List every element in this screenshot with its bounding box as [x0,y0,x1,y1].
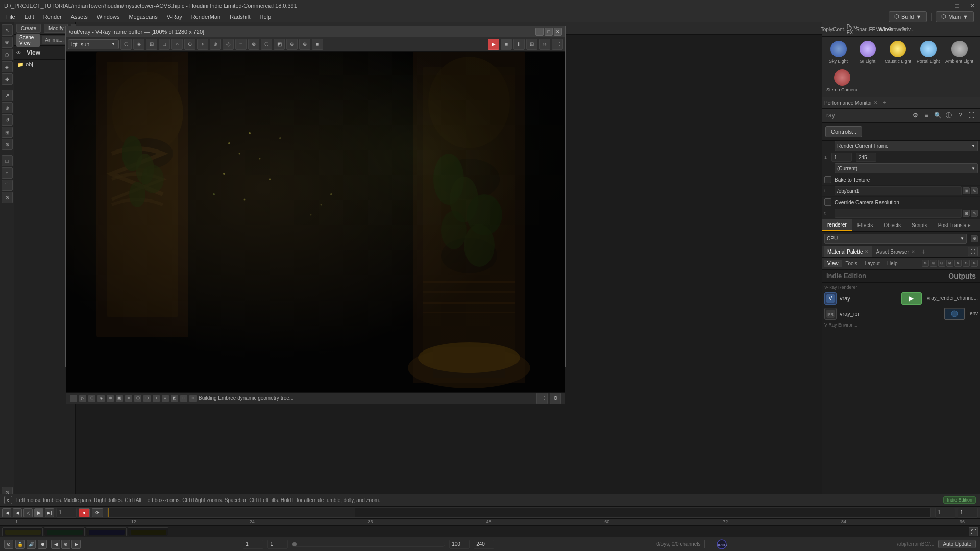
vray-render-viewport[interactable] [66,52,565,392]
vray-pause-btn[interactable]: ⏸ [513,39,525,50]
view-tab-view[interactable]: View [824,260,842,267]
view-tool-1[interactable]: ⊕ [922,260,929,267]
menu-file[interactable]: File [2,13,19,21]
view-tool-3[interactable]: ⊟ [938,260,945,267]
cont-btn[interactable]: Cont... [836,24,846,35]
vray-tool-5[interactable]: ○ [172,39,183,50]
caustic-light-btn[interactable]: Caustic Light [883,39,913,66]
tool-lasso[interactable]: ⌒ [2,180,13,191]
current-frame-display[interactable]: 1 [267,540,288,549]
vray-tool-7[interactable]: ⌖ [197,39,208,50]
tool-view[interactable]: 👁 [2,37,13,48]
asset-browser-close[interactable]: ✕ [911,249,915,254]
frame-input[interactable]: 1 [935,508,955,518]
stereo-camera-btn[interactable]: Stereo Camera [824,67,860,95]
current-frame-select[interactable]: (Current) ▼ [835,163,978,173]
menu-render[interactable]: Render [39,13,66,21]
vray-tool-9[interactable]: ◎ [223,39,234,50]
material-palette-close[interactable]: ✕ [865,249,869,254]
keyframe-prev-btn[interactable]: ◀ [51,540,60,549]
camera-path-input[interactable]: /obj/cam1 [835,186,962,195]
menu-megascans[interactable]: Megascans [125,13,161,21]
vray-channel-icon[interactable]: ≋ [539,39,550,50]
bottom-snap-btn[interactable]: ⊙ [4,540,13,549]
view-tab-layout[interactable]: Layout [862,260,883,267]
vray-play-btn[interactable]: ▶ [901,292,922,305]
fps-input[interactable]: 1 [958,508,978,518]
vray-tool-3[interactable]: ⊞ [146,39,157,50]
view-tab-tools[interactable]: Tools [843,260,861,267]
tool-spread[interactable]: ⊗ [2,192,13,203]
create-btn[interactable]: Create [16,24,41,33]
vray-stop-btn[interactable]: ■ [501,39,512,50]
build-button[interactable]: ⬡ Build ▼ [889,11,927,22]
tab-post-translate[interactable]: Post Translate [933,219,976,231]
tool-arrow[interactable]: ↗ [2,90,13,101]
view-tool-5[interactable]: ⊗ [954,260,962,267]
play-forward-btn[interactable]: ▶ [34,508,43,517]
playhead-thumb[interactable] [292,542,297,546]
vray-tool-11[interactable]: ⊗ [248,39,259,50]
view-tool-2[interactable]: ⊞ [930,260,937,267]
tool-rotate[interactable]: ↺ [2,114,13,126]
camera-edit-btn[interactable]: ✎ [971,187,978,194]
frame-end-value[interactable]: 245 [856,153,876,162]
tab-anim[interactable]: Anima... [42,36,67,44]
tab-asset-browser[interactable]: Asset Browser ✕ [873,246,918,257]
vray-tool-8[interactable]: ⊕ [210,39,221,50]
add-tab-btn[interactable]: + [921,247,925,256]
loop-btn[interactable]: ⟳ [92,508,103,517]
camera-node-btn[interactable]: ⊞ [963,187,970,194]
vray-render-btn[interactable]: ▶ [488,39,499,50]
menu-help[interactable]: Help [256,13,276,21]
frame-display[interactable]: 1 [56,508,77,518]
vray-expand-right-icon[interactable]: ⛶ [967,111,976,120]
spar-btn[interactable]: Spar... [858,24,868,35]
track-expand-btn[interactable]: ⛶ [969,527,978,536]
vray-list-icon[interactable]: ≡ [922,111,931,120]
vray-minimize-btn[interactable]: — [535,28,544,36]
controls-button[interactable]: Controls... [825,126,862,137]
tab-objects[interactable]: Objects [878,219,906,231]
keyframe-add-btn[interactable]: ⊕ [61,540,70,549]
menu-radshift[interactable]: Radshift [226,13,254,21]
goto-start-btn[interactable]: |◀ [2,508,11,517]
view-tool-7[interactable]: ⊛ [971,260,978,267]
view-tool-4[interactable]: ⊠ [946,260,953,267]
vray-maximize-btn[interactable]: □ [545,28,553,36]
minimize-btn[interactable]: — [934,0,949,11]
vray-grid-icon[interactable]: ⊞ [526,39,537,50]
modify-btn[interactable]: Modify [44,24,68,33]
menu-windows[interactable]: Windows [93,13,124,21]
vray-info-icon[interactable]: ⓘ [944,111,953,120]
maximize-btn[interactable]: □ [949,0,965,11]
vray-tool-1[interactable]: ⬡ [120,39,132,50]
tab-scene-view[interactable]: Scene View [16,34,40,47]
vray-status-settings[interactable]: ⚙ [550,393,561,404]
ambient-light-btn[interactable]: Ambient Light [943,39,975,66]
lgt-dropdown[interactable]: lgt_sun ▼ [68,39,119,49]
vray-settings-icon[interactable]: ⚙ [911,111,920,120]
menu-edit[interactable]: Edit [20,13,38,21]
auto-update-btn[interactable]: Auto Update [938,540,976,548]
perf-monitor-close[interactable]: ✕ [874,100,878,105]
tab-scripts[interactable]: Scripts [906,219,933,231]
tool-move[interactable]: ⊕ [2,102,13,113]
bottom-audio-btn[interactable]: 🔊 [27,540,36,549]
menu-vray[interactable]: V-Ray [163,13,186,21]
render-dropdown[interactable]: Render Current Frame ▼ [835,141,978,151]
step-back-btn[interactable]: ◀ [13,508,22,517]
vray-tool-4[interactable]: □ [159,39,170,50]
start-frame-display[interactable]: 1 [243,540,263,549]
tool-magnet[interactable]: ⊛ [2,139,13,150]
menu-renderman[interactable]: RenderMan [187,13,225,21]
vray-tool-6[interactable]: ⊙ [184,39,195,50]
perf-monitor-add[interactable]: + [882,99,886,106]
animation-track[interactable]: ⛶ [0,526,980,537]
keyframe-next-btn[interactable]: ▶ [71,540,81,549]
view-tab-help[interactable]: Help [884,260,901,267]
vray-close-btn[interactable]: ✕ [554,28,562,36]
asset-panel-expand[interactable]: ⛶ [968,247,978,256]
close-btn[interactable]: ✕ [965,0,980,11]
play-back-btn[interactable]: ◁ [23,508,33,517]
